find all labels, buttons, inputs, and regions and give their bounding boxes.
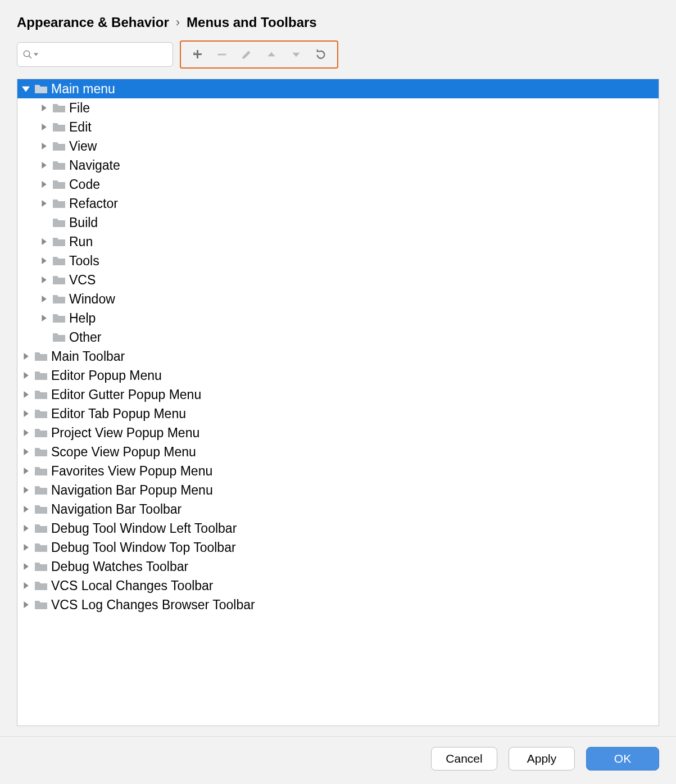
expander-icon[interactable] [39,141,49,151]
tree-item[interactable]: Editor Popup Menu [17,366,659,385]
tree-item[interactable]: Help [17,309,659,328]
expander-icon[interactable] [39,275,49,285]
tree-item[interactable]: Navigate [17,156,659,175]
tree-item[interactable]: Navigation Bar Toolbar [17,500,659,519]
svg-point-0 [24,51,30,57]
folder-icon [52,236,66,247]
expander-icon[interactable] [21,485,31,495]
expander-icon[interactable] [21,351,31,361]
tree-item[interactable]: Project View Popup Menu [17,423,659,442]
tree-item-label: Editor Gutter Popup Menu [51,387,201,402]
folder-icon [34,465,48,477]
tree-item[interactable]: VCS [17,270,659,289]
folder-icon [52,160,66,171]
tree-item[interactable]: Run [17,232,659,251]
tree-item-label: Debug Watches Toolbar [51,559,188,574]
expander-icon[interactable] [21,542,31,552]
tree-item[interactable]: Refactor [17,194,659,213]
tree-item-label: Project View Popup Menu [51,425,199,441]
tree-item[interactable]: Code [17,175,659,194]
tree-item[interactable]: Favorites View Popup Menu [17,461,659,481]
folder-icon [34,561,48,572]
folder-icon [34,523,48,534]
folder-icon [34,504,48,515]
revert-button[interactable] [310,44,332,65]
expander-icon[interactable] [21,428,31,438]
tree-item[interactable]: Editor Tab Popup Menu [17,404,659,423]
expander-icon[interactable] [21,600,31,610]
tree-item-label: Help [69,311,96,326]
tree-item[interactable]: Editor Gutter Popup Menu [17,385,659,404]
tree-panel[interactable]: Main menu FileEditViewNavigateCodeRefact… [17,79,659,726]
svg-line-1 [29,56,31,58]
tree-item[interactable]: VCS Log Changes Browser Toolbar [17,595,659,614]
edit-button[interactable] [236,44,257,65]
chevron-right-icon: › [176,15,180,30]
expander-icon[interactable] [21,409,31,419]
folder-icon [52,217,66,228]
expander-icon[interactable] [39,179,49,189]
folder-icon [52,332,66,343]
folder-icon [34,351,48,362]
folder-icon [34,580,48,591]
expander-icon[interactable] [39,160,49,170]
remove-button[interactable] [211,44,233,65]
search-input[interactable] [17,42,173,67]
tree-item-label: Debug Tool Window Left Toolbar [51,521,237,536]
expander-icon[interactable] [21,370,31,380]
cancel-button[interactable]: Cancel [431,747,497,771]
tree-item[interactable]: Debug Tool Window Top Toolbar [17,538,659,557]
folder-icon [52,198,66,209]
expander-icon[interactable] [39,256,49,266]
tree-item-label: Window [69,292,115,307]
expander-icon[interactable] [39,332,49,342]
tree-item[interactable]: Other [17,328,659,347]
expander-icon[interactable] [39,122,49,132]
breadcrumb-current: Menus and Toolbars [187,15,317,30]
expander-icon[interactable] [39,313,49,323]
expander-icon[interactable] [39,237,49,247]
tree-item-label: Main Toolbar [51,349,125,364]
expander-icon[interactable] [21,447,31,457]
folder-icon [52,312,66,324]
tree-item[interactable]: Build [17,213,659,232]
expander-icon[interactable] [21,581,31,591]
expander-open-icon[interactable] [21,84,31,94]
expander-icon[interactable] [21,466,31,476]
expander-icon[interactable] [21,523,31,533]
tree-item[interactable]: Debug Watches Toolbar [17,557,659,576]
tree-item[interactable]: Navigation Bar Popup Menu [17,481,659,500]
tree-item[interactable]: Main Toolbar [17,347,659,366]
expander-icon[interactable] [21,561,31,572]
tree-item[interactable]: Edit [17,117,659,137]
tree-root-main-menu[interactable]: Main menu [17,79,659,98]
folder-icon [52,121,66,133]
expander-icon[interactable] [39,294,49,304]
folder-icon [34,370,48,381]
expander-icon[interactable] [39,217,49,228]
tree-item[interactable]: VCS Local Changes Toolbar [17,576,659,595]
tree-item[interactable]: File [17,98,659,117]
tree-item[interactable]: Debug Tool Window Left Toolbar [17,519,659,538]
breadcrumb-parent[interactable]: Appearance & Behavior [17,15,169,30]
move-up-button[interactable] [261,44,282,65]
folder-icon [52,293,66,305]
folder-icon [52,102,66,114]
tree-item-label: Edit [69,120,92,135]
tree-item-label: VCS Log Changes Browser Toolbar [51,597,255,613]
expander-icon[interactable] [21,504,31,514]
tree-item[interactable]: View [17,137,659,156]
tree-item[interactable]: Window [17,289,659,309]
ok-button[interactable]: OK [586,747,659,771]
add-button[interactable] [187,44,208,65]
search-icon[interactable] [22,49,38,60]
expander-icon[interactable] [21,389,31,400]
expander-icon[interactable] [39,198,49,209]
move-down-button[interactable] [285,44,307,65]
expander-icon[interactable] [39,103,49,113]
tree-item-label: VCS [69,273,96,288]
folder-icon [52,255,66,266]
tree-item[interactable]: Scope View Popup Menu [17,442,659,461]
tree-item[interactable]: Tools [17,251,659,270]
apply-button[interactable]: Apply [509,747,575,771]
